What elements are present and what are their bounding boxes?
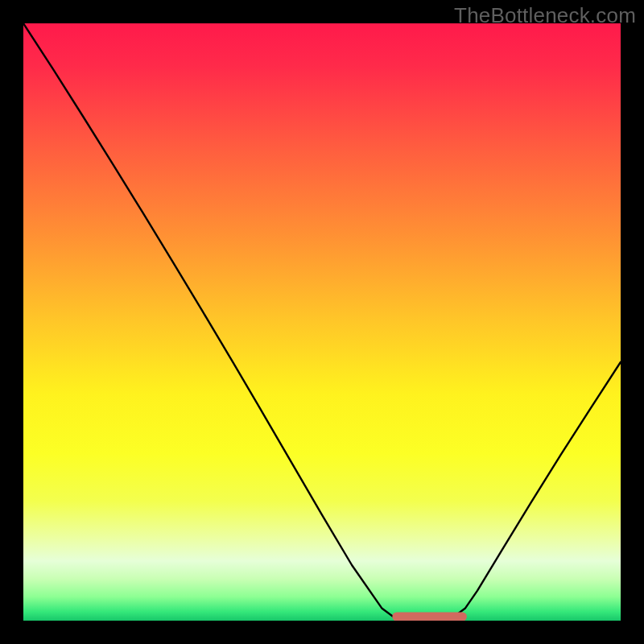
watermark-text: TheBottleneck.com: [454, 3, 636, 28]
svg-rect-0: [23, 23, 621, 621]
plot-svg: [23, 23, 621, 621]
chart-frame: TheBottleneck.com: [0, 0, 644, 644]
plot-area: [23, 23, 621, 621]
